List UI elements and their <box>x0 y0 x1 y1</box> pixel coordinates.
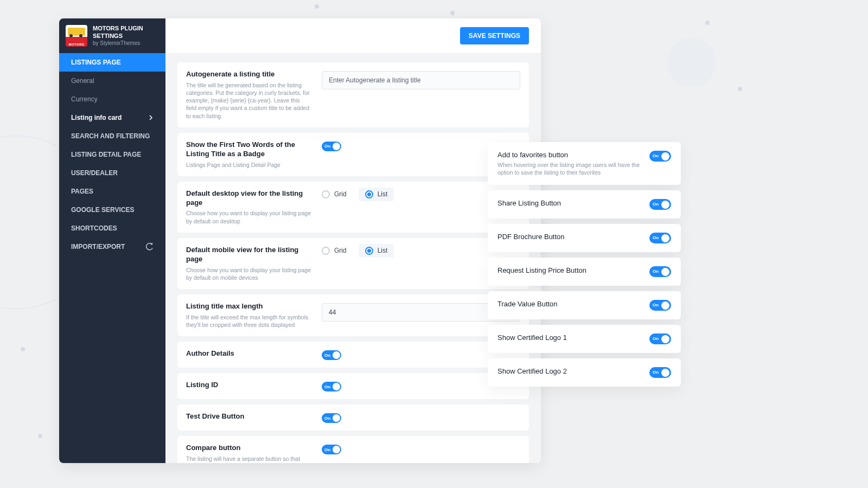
sidebar-section-search-filtering[interactable]: SEARCH AND FILTERING <box>59 127 165 145</box>
setting-listing-id: Listing ID On <box>177 373 529 399</box>
setting-desc: Choose how you want to display your list… <box>186 209 311 224</box>
app-title: MOTORS PLUGIN SETTINGS by StylemixThemes <box>93 25 143 47</box>
setting-mobile-view: Default mobile view for the listing page… <box>177 238 529 289</box>
setting-title: PDF Brochure Button <box>497 233 641 241</box>
setting-title: Default mobile view for the listing page <box>186 246 311 264</box>
setting-title: Show Certified Logo 1 <box>497 333 641 342</box>
certified-logo-2-toggle[interactable]: On <box>649 367 671 378</box>
radio-label: Grid <box>334 190 347 198</box>
chevron-right-icon <box>148 115 154 120</box>
request-price-toggle[interactable]: On <box>649 266 671 277</box>
certified-logo-1-toggle[interactable]: On <box>649 333 671 344</box>
setting-certified-logo-2: Show Certified Logo 2 On <box>488 358 681 387</box>
setting-author-details: Author Details On <box>177 342 529 368</box>
refresh-icon <box>146 243 154 251</box>
setting-title: Autogenerate a listing title <box>186 70 311 79</box>
setting-title: Default desktop view for the listing pag… <box>186 189 311 208</box>
sidebar-item-currency[interactable]: Currency <box>59 90 165 108</box>
compare-toggle[interactable]: On <box>322 445 341 454</box>
setting-title: Share Listing Button <box>497 199 641 207</box>
setting-title: Add to favorites button <box>497 151 641 159</box>
setting-title: Show Certified Logo 2 <box>497 367 641 375</box>
radio-label: List <box>378 190 388 198</box>
setting-desc: Listings Page and Listing Detail Page <box>186 161 311 169</box>
setting-title: Trade Value Button <box>497 300 641 308</box>
sidebar-section-google-services[interactable]: GOOGLE SERVICES <box>59 201 165 219</box>
sidebar-item-label: IMPORT/EXPORT <box>71 243 125 251</box>
desktop-view-radio-group: Grid List <box>322 190 387 198</box>
setting-title-max-length: Listing title max length If the title wi… <box>177 294 529 336</box>
setting-desktop-view: Default desktop view for the listing pag… <box>177 182 529 233</box>
setting-trade-value: Trade Value Button On <box>488 291 681 319</box>
desktop-view-grid-radio[interactable]: Grid <box>322 190 347 198</box>
mobile-view-list-radio[interactable]: List <box>359 244 394 258</box>
setting-add-to-favorites: Add to favorites button When hovering ov… <box>488 142 681 185</box>
sidebar-section-listing-detail[interactable]: LISTING DETAIL PAGE <box>59 145 165 164</box>
listing-id-toggle[interactable]: On <box>322 382 341 391</box>
test-drive-toggle[interactable]: On <box>322 413 341 423</box>
topbar: SAVE SETTINGS <box>165 18 541 54</box>
setting-title: Request Listing Price Button <box>497 266 641 274</box>
setting-desc: If the title will exceed the max length … <box>186 313 311 329</box>
sidebar-item-label: Listing info card <box>71 114 122 121</box>
setting-autogenerate-title: Autogenerate a listing title The title w… <box>177 62 529 127</box>
sidebar-section-import-export[interactable]: IMPORT/EXPORT <box>59 237 165 256</box>
setting-certified-logo-1: Show Certified Logo 1 On <box>488 325 681 353</box>
author-details-toggle[interactable]: On <box>322 350 341 360</box>
setting-share-listing: Share Listing Button On <box>488 190 681 219</box>
sidebar-section-pages[interactable]: PAGES <box>59 182 165 201</box>
setting-title-badge: Show the First Two Words of the Listing … <box>177 133 529 176</box>
desktop-view-list-radio[interactable]: List <box>359 188 394 201</box>
setting-desc: Choose how you want to display your list… <box>186 266 311 281</box>
sidebar-nav: LISTINGS PAGE General Currency Listing i… <box>59 53 165 256</box>
logo-block: MOTORS MOTORS PLUGIN SETTINGS by Stylemi… <box>59 18 165 53</box>
setting-title: Test Drive Button <box>186 412 311 421</box>
sidebar-section-user-dealer[interactable]: USER/DEALER <box>59 164 165 182</box>
autogenerate-title-input[interactable] <box>322 71 520 89</box>
sidebar-section-shortcodes[interactable]: SHORTCODES <box>59 219 165 237</box>
setting-desc: When hovering over the listing image use… <box>497 161 641 176</box>
sidebar-item-general[interactable]: General <box>59 72 165 90</box>
setting-title: Listing ID <box>186 381 311 390</box>
setting-request-price: Request Listing Price Button On <box>488 258 681 286</box>
sidebar-section-listings-page[interactable]: LISTINGS PAGE <box>59 53 165 72</box>
save-settings-button[interactable]: SAVE SETTINGS <box>460 27 529 44</box>
mobile-view-radio-group: Grid List <box>322 247 387 255</box>
settings-list: Autogenerate a listing title The title w… <box>165 54 541 463</box>
setting-title: Listing title max length <box>186 302 311 311</box>
app-window: MOTORS MOTORS PLUGIN SETTINGS by Stylemi… <box>59 18 541 463</box>
logo-icon: MOTORS <box>66 25 87 47</box>
sidebar: MOTORS MOTORS PLUGIN SETTINGS by Stylemi… <box>59 18 165 463</box>
title-badge-toggle[interactable]: On <box>322 142 341 151</box>
mobile-view-grid-radio[interactable]: Grid <box>322 247 347 255</box>
setting-title: Show the First Two Words of the Listing … <box>186 140 311 159</box>
radio-label: List <box>378 247 388 254</box>
floating-settings-panel: Add to favorites button When hovering ov… <box>488 142 681 387</box>
setting-title: Author Details <box>186 349 311 358</box>
setting-title: Compare button <box>186 444 311 453</box>
main-panel: SAVE SETTINGS Autogenerate a listing tit… <box>165 18 541 463</box>
favorites-toggle[interactable]: On <box>649 151 671 162</box>
pdf-brochure-toggle[interactable]: On <box>649 233 671 243</box>
trade-value-toggle[interactable]: On <box>649 300 671 311</box>
setting-desc: The title will be generated based on the… <box>186 81 311 120</box>
share-toggle[interactable]: On <box>649 199 671 210</box>
setting-test-drive: Test Drive Button On <box>177 404 529 431</box>
sidebar-item-listing-info-card[interactable]: Listing info card <box>59 108 165 127</box>
radio-label: Grid <box>334 247 347 254</box>
setting-compare-button: Compare button The listing will have a s… <box>177 436 529 463</box>
setting-desc: The listing will have a separate button … <box>186 455 311 463</box>
setting-pdf-brochure: PDF Brochure Button On <box>488 224 681 252</box>
